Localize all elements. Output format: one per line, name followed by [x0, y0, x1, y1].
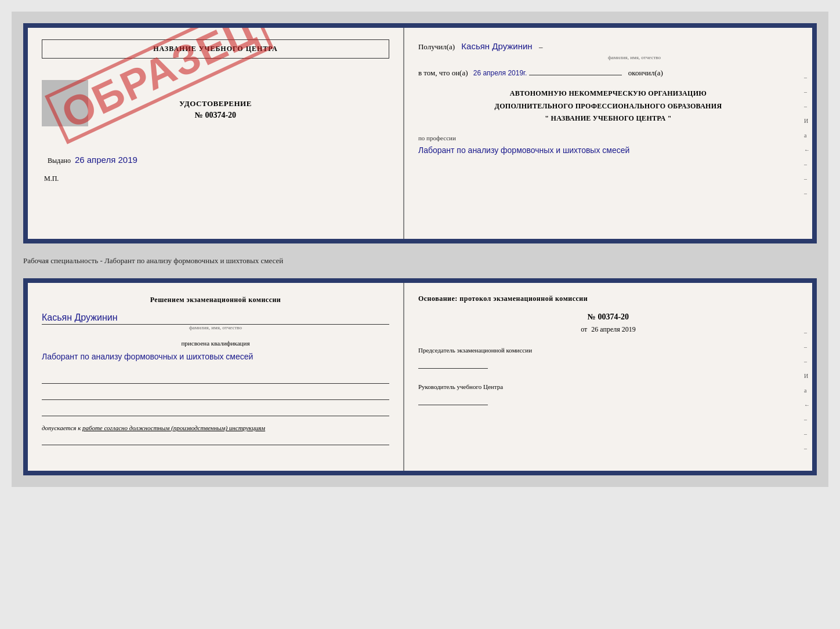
vydano-label: Выдано [48, 157, 71, 165]
side-marks-top: – – – И а ← – – – [804, 74, 810, 197]
rukv-label: Руководитель учебного Центра [418, 382, 798, 392]
bottom-document-card: Решением экзаменационной комиссии Касьян… [23, 278, 817, 475]
top-doc-right: Получил(a) Касьян Дружинин – фамилия, им… [404, 28, 812, 239]
top-doc-left: НАЗВАНИЕ УЧЕБНОГО ЦЕНТРА УДОСТОВЕРЕНИЕ №… [28, 28, 404, 239]
blank-lines-left [42, 373, 389, 416]
cert-title-box: НАЗВАНИЕ УЧЕБНОГО ЦЕНТРА [42, 39, 389, 59]
blank-line-2 [42, 390, 389, 400]
rukv-block: Руководитель учебного Центра [418, 382, 798, 408]
side-marks-bottom: – – – И а ← – – – [804, 329, 810, 452]
blank-line-bottom-left [42, 435, 389, 445]
anko-line3: " НАЗВАНИЕ УЧЕБНОГО ЦЕНТРА " [418, 112, 798, 125]
vtom-underline [529, 75, 622, 75]
bottom-fio-small: фамилия, имя, отчество [42, 325, 389, 330]
dopusk-label: допускается к [42, 424, 81, 431]
udostoverenie-label: УДОСТОВЕРЕНИЕ [42, 99, 389, 108]
prof-label: по профессии [418, 134, 798, 141]
blank-line-3 [42, 406, 389, 416]
predsed-sign-line [418, 359, 488, 369]
anko-line1: АВТОНОМНУЮ НЕКОММЕРЧЕСКУЮ ОРГАНИЗАЦИЮ [418, 88, 798, 100]
prisvoena-label: присвоена квалификация [42, 340, 389, 347]
bottom-doc-right: Основание: протокол экзаменационной коми… [404, 283, 812, 471]
page-wrapper: НАЗВАНИЕ УЧЕБНОГО ЦЕНТРА УДОСТОВЕРЕНИЕ №… [12, 12, 828, 487]
bottom-name-field: Касьян Дружинин [42, 312, 389, 325]
mp-label: М.П. [42, 174, 389, 183]
cert-number: № 00374-20 [42, 111, 389, 120]
predsed-block: Председатель экзаменационной комиссии [418, 346, 798, 372]
poluchil-line: Получил(a) Касьян Дружинин – фамилия, им… [418, 39, 798, 61]
bottom-doc-left: Решением экзаменационной комиссии Касьян… [28, 283, 404, 471]
osnov-title: Основание: протокол экзаменационной коми… [418, 294, 798, 303]
poluchil-label: Получил(a) [418, 42, 455, 51]
vtom-line: в том, что он(а) 26 апреля 2019г. окончи… [418, 67, 798, 79]
poluchil-name: Касьян Дружинин [461, 41, 532, 51]
kvalif-value: Лаборант по анализу формовочных и шихтов… [42, 350, 389, 364]
anko-block: АВТОНОМНУЮ НЕКОММЕРЧЕСКУЮ ОРГАНИЗАЦИЮ ДО… [418, 88, 798, 125]
ot-label: от [581, 325, 587, 333]
anko-line2: ДОПОЛНИТЕЛЬНОГО ПРОФЕССИОНАЛЬНОГО ОБРАЗО… [418, 100, 798, 113]
specialty-line: Рабочая специальность - Лаборант по анал… [23, 254, 817, 268]
protocol-date: от 26 апреля 2019 [418, 325, 798, 334]
vydano-line: Выдано 26 апреля 2019 [42, 155, 389, 165]
protocol-num: № 00374-20 [418, 312, 798, 322]
blank-line-1 [42, 373, 389, 384]
vydano-date: 26 апреля 2019 [75, 155, 137, 165]
prof-block: по профессии Лаборант по анализу формово… [418, 134, 798, 158]
cert-title-text: НАЗВАНИЕ УЧЕБНОГО ЦЕНТРА [153, 45, 278, 53]
rukv-sign-line [418, 396, 488, 405]
kvalif-block: присвоена квалификация Лаборант по анали… [42, 340, 389, 364]
fio-small-top: фамилия, имя, отчество [470, 53, 798, 61]
ot-date: 26 апреля 2019 [591, 325, 635, 333]
dopusk-block: допускается к работе согласно должностны… [42, 424, 389, 431]
predsed-label: Председатель экзаменационной комиссии [418, 346, 798, 356]
top-document-card: НАЗВАНИЕ УЧЕБНОГО ЦЕНТРА УДОСТОВЕРЕНИЕ №… [23, 23, 817, 243]
bottom-name-value: Касьян Дружинин [42, 312, 117, 322]
dopusk-value: работе согласно должностным (производств… [82, 424, 265, 431]
vtom-label: в том, что он(а) [418, 68, 468, 77]
vtom-date: 26 апреля 2019г. [473, 69, 527, 77]
okonchil-label: окончил(а) [628, 68, 663, 77]
komissia-title: Решением экзаменационной комиссии [42, 294, 389, 306]
cert-gray-photo-box [42, 80, 88, 126]
prof-value: Лаборант по анализу формовочных и шихтов… [418, 144, 798, 158]
